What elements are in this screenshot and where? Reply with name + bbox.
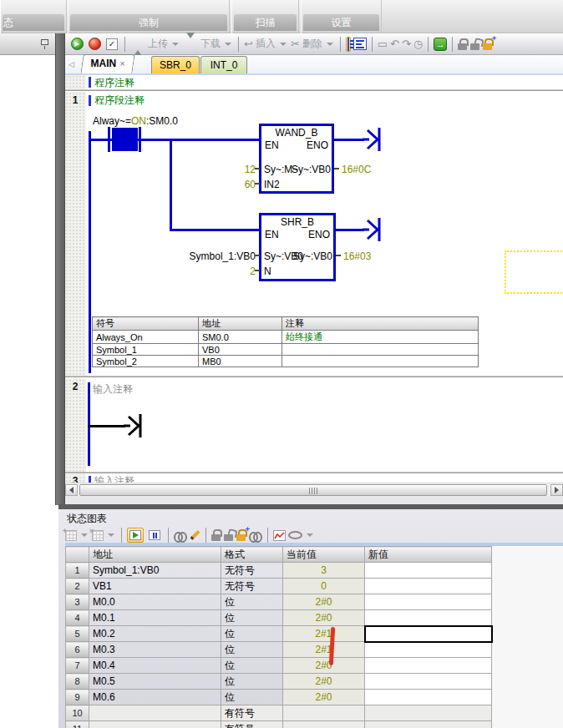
new-value-cell[interactable] bbox=[365, 705, 492, 721]
new-value-cell[interactable] bbox=[365, 690, 492, 705]
chart-status-button[interactable] bbox=[353, 38, 367, 50]
address-cell[interactable]: M0.3 bbox=[89, 642, 221, 658]
contact-powered-fill[interactable] bbox=[112, 128, 138, 151]
address-cell[interactable]: Symbol_1:VB0 bbox=[89, 563, 221, 579]
compile-check-button[interactable]: ✓ bbox=[104, 37, 119, 52]
upload-label[interactable]: 上传 bbox=[148, 37, 168, 51]
current-value-cell[interactable]: 2#0 bbox=[283, 690, 365, 705]
current-value-cell[interactable]: 2#1 bbox=[283, 626, 365, 642]
address-cell[interactable]: M0.2 bbox=[89, 626, 221, 642]
new-value-cell[interactable] bbox=[365, 626, 492, 642]
write-all-icon[interactable] bbox=[190, 530, 200, 540]
unlock-icon[interactable] bbox=[470, 38, 480, 50]
format-cell[interactable]: 位 bbox=[221, 674, 283, 690]
format-cell[interactable]: 无符号 bbox=[221, 579, 283, 594]
current-value-cell[interactable]: 2#0 bbox=[283, 610, 365, 626]
ribbon-group-settings-label[interactable]: 设置 bbox=[303, 14, 379, 31]
row-number-button[interactable]: 5 bbox=[66, 626, 89, 642]
insert-label[interactable]: 插入 bbox=[256, 37, 276, 51]
new-value-cell[interactable] bbox=[365, 610, 492, 626]
row-number-button[interactable]: 7 bbox=[66, 658, 89, 674]
tab-close-icon[interactable]: × bbox=[119, 58, 124, 68]
symbol-table-cell[interactable]: Symbol_1 bbox=[93, 344, 199, 356]
current-value-cell[interactable]: 2#0 bbox=[283, 594, 365, 610]
insert-row-icon[interactable]: + bbox=[65, 530, 77, 541]
read-forced-icon[interactable] bbox=[249, 531, 262, 540]
download-label[interactable]: 下载 bbox=[200, 37, 221, 51]
address-cell[interactable]: M0.6 bbox=[89, 690, 221, 705]
format-cell[interactable]: 位 bbox=[221, 626, 283, 642]
force-icon[interactable] bbox=[211, 529, 221, 541]
symbol-table-cell[interactable]: VB0 bbox=[199, 344, 282, 356]
network-1-comment[interactable]: 程序段注释 bbox=[94, 94, 145, 108]
format-cell[interactable]: 位 bbox=[221, 658, 283, 674]
delete-icon[interactable]: ✂ bbox=[291, 38, 300, 50]
read-all-icon[interactable] bbox=[174, 531, 187, 540]
lock-icon[interactable] bbox=[458, 38, 468, 50]
program-comment[interactable]: 程序注释 bbox=[94, 76, 134, 90]
undo-icon[interactable]: ↶ bbox=[390, 38, 399, 50]
current-value-cell[interactable] bbox=[283, 705, 365, 721]
delete-label[interactable]: 删除 bbox=[302, 37, 322, 51]
editor-hscrollbar[interactable] bbox=[65, 483, 563, 496]
chart-status-on-button[interactable] bbox=[127, 528, 144, 543]
download-button[interactable] bbox=[183, 37, 198, 52]
row-number-button[interactable]: 4 bbox=[66, 610, 89, 626]
new-value-cell[interactable] bbox=[365, 563, 492, 579]
symbol-table-cell[interactable] bbox=[282, 356, 479, 367]
current-value-cell[interactable]: 0 bbox=[283, 579, 365, 594]
symbol-table-cell[interactable]: SM0.0 bbox=[199, 331, 282, 344]
current-value-cell[interactable]: 3 bbox=[283, 563, 365, 579]
symbol-table-cell[interactable] bbox=[282, 344, 479, 356]
pin-icon[interactable] bbox=[41, 39, 48, 45]
current-value-cell[interactable]: 2#1 bbox=[283, 642, 365, 658]
format-cell[interactable]: 位 bbox=[221, 610, 283, 626]
symbol-table-cell[interactable]: Always_On bbox=[93, 331, 199, 344]
new-value-cell[interactable] bbox=[365, 721, 492, 728]
insert-icon[interactable]: ↩ bbox=[244, 38, 253, 50]
row-number-button[interactable]: 6 bbox=[66, 642, 89, 658]
format-cell[interactable]: 位 bbox=[221, 690, 283, 705]
upload-dropdown-icon[interactable] bbox=[172, 43, 179, 46]
new-value-cell[interactable] bbox=[365, 674, 492, 690]
scrollbar-thumb[interactable] bbox=[79, 484, 547, 496]
program-status-button[interactable] bbox=[346, 37, 351, 52]
network-3-comment[interactable]: 输入注释 bbox=[94, 474, 134, 483]
stop-button[interactable] bbox=[87, 37, 102, 52]
address-cell[interactable]: M0.4 bbox=[89, 658, 221, 674]
tab-scroll-left-icon[interactable]: ◁ bbox=[68, 60, 74, 68]
format-cell[interactable]: 无符号 bbox=[221, 563, 283, 579]
format-cell[interactable]: 有符号 bbox=[221, 705, 283, 721]
pane-splitter[interactable] bbox=[55, 33, 65, 505]
oval-toggle-icon[interactable] bbox=[288, 531, 302, 539]
new-value-cell[interactable] bbox=[365, 642, 492, 658]
row-number-button[interactable]: 9 bbox=[66, 690, 89, 705]
format-cell[interactable]: 位 bbox=[221, 594, 283, 610]
tab-main[interactable]: MAIN× bbox=[80, 54, 134, 73]
address-cell[interactable]: M0.1 bbox=[89, 610, 221, 626]
upload-button[interactable] bbox=[130, 37, 145, 52]
clock-icon[interactable]: ◷ bbox=[413, 38, 423, 50]
panel-splitter[interactable] bbox=[58, 504, 563, 509]
download-dropdown-icon[interactable] bbox=[225, 43, 231, 46]
new-value-cell[interactable] bbox=[365, 658, 492, 674]
address-cell[interactable]: VB1 bbox=[89, 579, 221, 594]
delete-dropdown-icon[interactable] bbox=[327, 43, 333, 46]
address-cell[interactable] bbox=[89, 705, 221, 721]
run-button[interactable]: ▶ bbox=[69, 37, 84, 52]
address-cell[interactable] bbox=[89, 721, 221, 728]
row-number-button[interactable]: 2 bbox=[66, 579, 89, 594]
current-value-cell[interactable] bbox=[283, 721, 365, 728]
row-number-button[interactable]: 1 bbox=[66, 563, 89, 579]
new-value-cell[interactable] bbox=[365, 579, 492, 594]
network-2-comment[interactable]: 输入注释 bbox=[93, 382, 133, 397]
chart-status-pause-button[interactable] bbox=[146, 528, 163, 543]
add-lock-icon[interactable]: + bbox=[483, 38, 493, 50]
scroll-left-button[interactable] bbox=[65, 484, 78, 496]
insert-dropdown-icon[interactable] bbox=[280, 43, 287, 46]
single-scan-button[interactable]: → bbox=[434, 38, 447, 51]
address-cell[interactable]: M0.0 bbox=[89, 594, 221, 610]
format-cell[interactable]: 位 bbox=[221, 642, 283, 658]
force-new-icon[interactable]: + bbox=[236, 529, 246, 541]
pause-status-icon[interactable]: ▭ bbox=[378, 38, 388, 50]
